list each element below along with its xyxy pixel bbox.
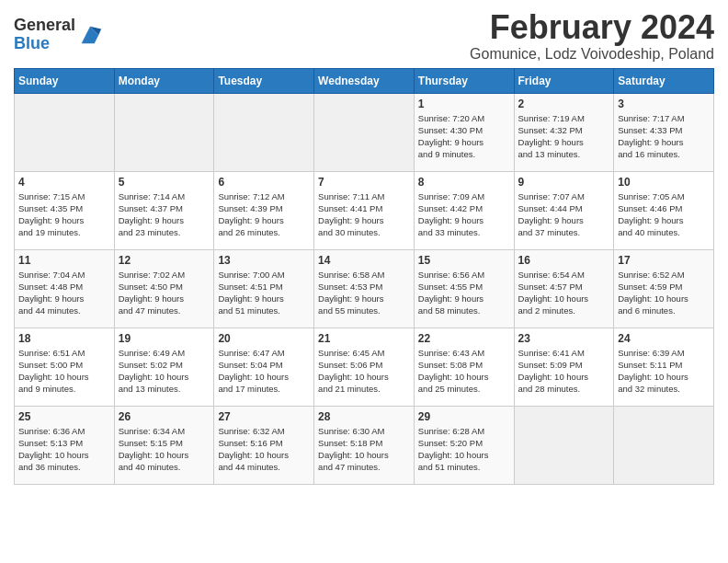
- day-number: 28: [318, 410, 410, 423]
- calendar-cell: 5Sunrise: 7:14 AMSunset: 4:37 PMDaylight…: [114, 171, 214, 249]
- day-info: Sunrise: 7:02 AMSunset: 4:50 PMDaylight:…: [119, 269, 210, 317]
- location-title: Gomunice, Lodz Voivodeship, Poland: [470, 46, 714, 63]
- calendar-cell: 18Sunrise: 6:51 AMSunset: 5:00 PMDayligh…: [15, 327, 115, 406]
- day-number: 6: [218, 176, 310, 189]
- day-number: 10: [618, 176, 710, 189]
- day-number: 26: [119, 410, 210, 423]
- day-number: 15: [418, 254, 510, 267]
- day-info: Sunrise: 6:52 AMSunset: 4:59 PMDaylight:…: [618, 269, 710, 317]
- day-info: Sunrise: 6:47 AMSunset: 5:04 PMDaylight:…: [218, 347, 310, 396]
- calendar-cell: 16Sunrise: 6:54 AMSunset: 4:57 PMDayligh…: [514, 249, 614, 327]
- day-info: Sunrise: 6:39 AMSunset: 5:11 PMDaylight:…: [618, 347, 710, 396]
- calendar-cell: 14Sunrise: 6:58 AMSunset: 4:53 PMDayligh…: [314, 249, 415, 327]
- calendar-cell: 24Sunrise: 6:39 AMSunset: 5:11 PMDayligh…: [614, 327, 714, 406]
- day-number: 23: [518, 332, 610, 345]
- calendar-cell: 12Sunrise: 7:02 AMSunset: 4:50 PMDayligh…: [114, 249, 214, 327]
- day-info: Sunrise: 6:32 AMSunset: 5:16 PMDaylight:…: [218, 425, 310, 474]
- calendar-cell: 28Sunrise: 6:30 AMSunset: 5:18 PMDayligh…: [314, 406, 415, 484]
- day-number: 20: [218, 332, 310, 345]
- day-info: Sunrise: 6:58 AMSunset: 4:53 PMDaylight:…: [318, 269, 410, 317]
- day-info: Sunrise: 6:28 AMSunset: 5:20 PMDaylight:…: [418, 425, 510, 474]
- day-number: 29: [418, 410, 510, 423]
- calendar-cell: 21Sunrise: 6:45 AMSunset: 5:06 PMDayligh…: [314, 327, 415, 406]
- logo-icon: [77, 22, 103, 48]
- weekday-header-tuesday: Tuesday: [214, 68, 314, 93]
- day-info: Sunrise: 6:51 AMSunset: 5:00 PMDaylight:…: [18, 347, 110, 396]
- calendar-cell: 17Sunrise: 6:52 AMSunset: 4:59 PMDayligh…: [614, 249, 714, 327]
- day-number: 11: [18, 254, 110, 267]
- day-info: Sunrise: 7:15 AMSunset: 4:35 PMDaylight:…: [18, 190, 110, 239]
- calendar-cell: 3Sunrise: 7:17 AMSunset: 4:33 PMDaylight…: [614, 93, 714, 171]
- calendar-cell: 13Sunrise: 7:00 AMSunset: 4:51 PMDayligh…: [214, 249, 314, 327]
- day-info: Sunrise: 6:41 AMSunset: 5:09 PMDaylight:…: [518, 347, 610, 396]
- day-number: 22: [418, 332, 510, 345]
- calendar-cell: [214, 93, 314, 171]
- day-info: Sunrise: 7:12 AMSunset: 4:39 PMDaylight:…: [218, 190, 310, 239]
- month-title: February 2024: [470, 9, 714, 46]
- calendar-cell: [314, 93, 415, 171]
- day-info: Sunrise: 6:56 AMSunset: 4:55 PMDaylight:…: [418, 269, 510, 317]
- calendar-cell: [15, 93, 115, 171]
- day-info: Sunrise: 7:19 AMSunset: 4:32 PMDaylight:…: [518, 112, 610, 161]
- day-info: Sunrise: 6:43 AMSunset: 5:08 PMDaylight:…: [418, 347, 510, 396]
- calendar-cell: 15Sunrise: 6:56 AMSunset: 4:55 PMDayligh…: [414, 249, 514, 327]
- day-number: 5: [119, 176, 210, 189]
- calendar-table: SundayMondayTuesdayWednesdayThursdayFrid…: [14, 68, 714, 485]
- calendar-cell: 2Sunrise: 7:19 AMSunset: 4:32 PMDaylight…: [514, 93, 614, 171]
- day-info: Sunrise: 7:17 AMSunset: 4:33 PMDaylight:…: [618, 112, 710, 161]
- day-number: 21: [318, 332, 410, 345]
- day-number: 4: [18, 176, 110, 189]
- day-number: 3: [618, 98, 710, 110]
- day-info: Sunrise: 7:11 AMSunset: 4:41 PMDaylight:…: [318, 190, 410, 239]
- day-number: 9: [518, 176, 610, 189]
- calendar-cell: 10Sunrise: 7:05 AMSunset: 4:46 PMDayligh…: [614, 171, 714, 249]
- day-info: Sunrise: 6:54 AMSunset: 4:57 PMDaylight:…: [518, 269, 610, 317]
- day-info: Sunrise: 6:34 AMSunset: 5:15 PMDaylight:…: [119, 425, 210, 474]
- day-number: 25: [18, 410, 110, 423]
- weekday-header-thursday: Thursday: [414, 68, 514, 93]
- weekday-header-monday: Monday: [114, 68, 214, 93]
- day-info: Sunrise: 6:49 AMSunset: 5:02 PMDaylight:…: [119, 347, 210, 396]
- calendar-cell: 7Sunrise: 7:11 AMSunset: 4:41 PMDaylight…: [314, 171, 415, 249]
- day-number: 1: [418, 98, 510, 110]
- logo-general: General: [14, 17, 75, 35]
- day-info: Sunrise: 6:36 AMSunset: 5:13 PMDaylight:…: [18, 425, 110, 474]
- weekday-header-saturday: Saturday: [614, 68, 714, 93]
- day-info: Sunrise: 6:30 AMSunset: 5:18 PMDaylight:…: [318, 425, 410, 474]
- header: General Blue February 2024 Gomunice, Lod…: [14, 9, 714, 63]
- calendar-cell: [114, 93, 214, 171]
- calendar-cell: 1Sunrise: 7:20 AMSunset: 4:30 PMDaylight…: [414, 93, 514, 171]
- weekday-header-wednesday: Wednesday: [314, 68, 415, 93]
- day-number: 7: [318, 176, 410, 189]
- weekday-header-sunday: Sunday: [15, 68, 115, 93]
- day-info: Sunrise: 7:09 AMSunset: 4:42 PMDaylight:…: [418, 190, 510, 239]
- calendar-cell: 23Sunrise: 6:41 AMSunset: 5:09 PMDayligh…: [514, 327, 614, 406]
- calendar-cell: 27Sunrise: 6:32 AMSunset: 5:16 PMDayligh…: [214, 406, 314, 484]
- day-number: 12: [119, 254, 210, 267]
- day-number: 8: [418, 176, 510, 189]
- calendar-cell: 8Sunrise: 7:09 AMSunset: 4:42 PMDaylight…: [414, 171, 514, 249]
- calendar-cell: 22Sunrise: 6:43 AMSunset: 5:08 PMDayligh…: [414, 327, 514, 406]
- day-info: Sunrise: 7:20 AMSunset: 4:30 PMDaylight:…: [418, 112, 510, 161]
- day-number: 18: [18, 332, 110, 345]
- calendar-cell: 9Sunrise: 7:07 AMSunset: 4:44 PMDaylight…: [514, 171, 614, 249]
- calendar-cell: [514, 406, 614, 484]
- day-number: 14: [318, 254, 410, 267]
- title-area: February 2024 Gomunice, Lodz Voivodeship…: [470, 9, 714, 63]
- day-number: 27: [218, 410, 310, 423]
- day-number: 16: [518, 254, 610, 267]
- calendar-cell: [614, 406, 714, 484]
- calendar-cell: 29Sunrise: 6:28 AMSunset: 5:20 PMDayligh…: [414, 406, 514, 484]
- calendar-cell: 20Sunrise: 6:47 AMSunset: 5:04 PMDayligh…: [214, 327, 314, 406]
- calendar-cell: 25Sunrise: 6:36 AMSunset: 5:13 PMDayligh…: [15, 406, 115, 484]
- calendar-cell: 19Sunrise: 6:49 AMSunset: 5:02 PMDayligh…: [114, 327, 214, 406]
- day-number: 13: [218, 254, 310, 267]
- calendar-cell: 4Sunrise: 7:15 AMSunset: 4:35 PMDaylight…: [15, 171, 115, 249]
- day-info: Sunrise: 6:45 AMSunset: 5:06 PMDaylight:…: [318, 347, 410, 396]
- day-info: Sunrise: 7:07 AMSunset: 4:44 PMDaylight:…: [518, 190, 610, 239]
- logo-blue: Blue: [14, 35, 75, 53]
- calendar-cell: 26Sunrise: 6:34 AMSunset: 5:15 PMDayligh…: [114, 406, 214, 484]
- day-info: Sunrise: 7:05 AMSunset: 4:46 PMDaylight:…: [618, 190, 710, 239]
- day-number: 17: [618, 254, 710, 267]
- day-number: 19: [119, 332, 210, 345]
